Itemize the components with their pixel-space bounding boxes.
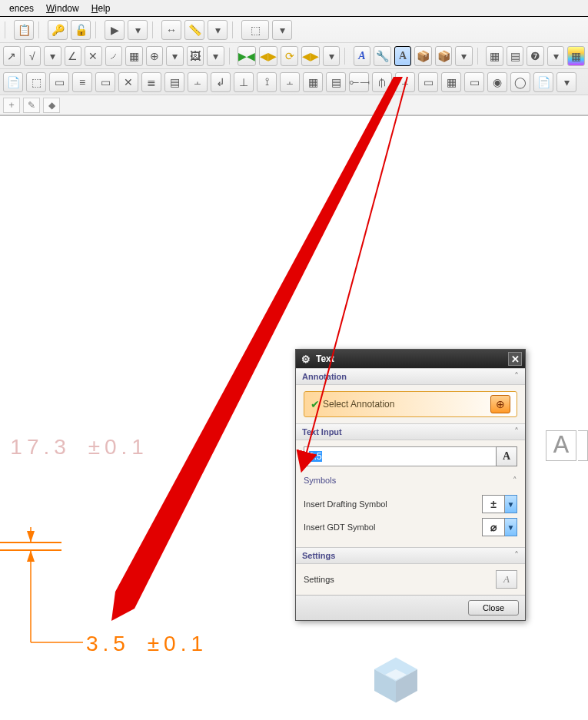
- mini-btn[interactable]: ✎: [23, 98, 40, 113]
- toolbar-btn[interactable]: ▤: [326, 72, 346, 92]
- gdt-symbol-dropdown[interactable]: ⌀ ▼: [482, 518, 517, 536]
- toolbar-btn[interactable]: ▭: [464, 72, 484, 92]
- toolbar-btn[interactable]: 📏: [184, 20, 204, 40]
- dimension-2: 3.5 ±0.1: [86, 632, 208, 657]
- dimension-1: -17.3 ±0.1: [0, 435, 148, 460]
- section-settings-header[interactable]: Settings ˄: [296, 547, 525, 564]
- toolbar-btn[interactable]: 🔑: [48, 20, 68, 40]
- toolbar-btn[interactable]: ▤: [164, 72, 184, 92]
- drafting-symbol-dropdown[interactable]: ± ▼: [482, 495, 517, 513]
- close-button[interactable]: Close: [468, 600, 519, 615]
- toolbar-row-2: ↗ √ ▾ ∠ ✕ ⟋ ▦ ⊕ ▾ 🖼 ▾ ▶◀ ◀▶ ⟳ ◀▶ ▾ A 🔧 A…: [0, 43, 588, 69]
- toolbar-btn[interactable]: ↲: [211, 72, 231, 92]
- toolbar-btn[interactable]: 📄: [533, 72, 553, 92]
- toolbar-btn[interactable]: ▦: [125, 46, 143, 66]
- toolbar-btn[interactable]: ❼: [527, 46, 544, 66]
- toolbar-btn[interactable]: ✕: [85, 46, 102, 66]
- insert-gdt-symbol-row: Insert GDT Symbol ⌀ ▼: [304, 518, 517, 536]
- toolbar-btn[interactable]: ⫠: [188, 72, 208, 92]
- toolbar-btn[interactable]: ◯: [510, 72, 530, 92]
- toolbar-btn[interactable]: 📦: [435, 46, 453, 66]
- toolbar-btn[interactable]: ⊥: [234, 72, 254, 92]
- toolbar-btn[interactable]: ▾: [128, 20, 148, 40]
- toolbar-btn[interactable]: ▶: [105, 20, 125, 40]
- section-annotation-body: ✔ Select Annotation ⊕: [296, 385, 525, 423]
- toolbar-btn[interactable]: ↗: [3, 46, 21, 66]
- toolbars: 📋 🔑 🔓 ▶ ▾ ↔ 📏 ▾ ⬚ ▾ ↗ √ ▾ ∠ ✕ ⟋ ▦ ⊕ ▾ 🖼 …: [0, 17, 588, 116]
- font-settings-icon[interactable]: A: [496, 570, 517, 589]
- toolbar-btn[interactable]: ▭: [49, 72, 69, 92]
- toolbar-btn[interactable]: ⟋: [105, 46, 123, 66]
- mini-btn[interactable]: ＋: [3, 98, 20, 113]
- toolbar-btn[interactable]: ▦: [441, 72, 461, 92]
- toolbar-btn[interactable]: ⟟: [257, 72, 277, 92]
- toolbar-btn[interactable]: ▾: [547, 46, 565, 66]
- toolbar-btn[interactable]: ▭: [95, 72, 115, 92]
- toolbar-btn[interactable]: 🖼: [187, 46, 204, 66]
- settings-label: Settings: [304, 575, 334, 584]
- toolbar-btn[interactable]: ≣: [141, 72, 161, 92]
- select-annotation-row[interactable]: ✔ Select Annotation ⊕: [304, 391, 517, 417]
- section-annotation-header[interactable]: Annotation ˄: [296, 368, 525, 385]
- toolbar-btn[interactable]: ▾: [455, 46, 473, 66]
- toolbar-btn[interactable]: ∠: [65, 46, 82, 66]
- toolbar-btn[interactable]: ⬚: [241, 20, 269, 40]
- gdt-symbol-value: ⌀: [482, 518, 505, 536]
- dialog-titlebar[interactable]: ⚙ Text ✕: [296, 350, 525, 368]
- toolbar-btn[interactable]: ▭: [418, 72, 438, 92]
- gear-icon[interactable]: ⚙: [299, 352, 313, 366]
- toolbar-btn[interactable]: ✕: [118, 72, 138, 92]
- toolbar-btn[interactable]: ≡: [72, 72, 92, 92]
- toolbar-btn[interactable]: ▾: [44, 46, 61, 66]
- toolbar-btn[interactable]: ▾: [208, 20, 228, 40]
- watermark-cube-icon: [369, 653, 423, 707]
- close-icon[interactable]: ✕: [508, 352, 522, 366]
- drafting-symbol-value: ±: [482, 495, 505, 513]
- toolbar-btn[interactable]: ▾: [556, 72, 576, 92]
- chevron-down-icon[interactable]: ▼: [505, 518, 517, 536]
- toolbar-btn[interactable]: ▾: [323, 46, 341, 66]
- select-annotation-label: Select Annotation: [323, 399, 490, 410]
- toolbar-btn-text-active[interactable]: A: [394, 46, 412, 66]
- font-letter-icon[interactable]: A: [496, 446, 517, 466]
- menu-window[interactable]: Window: [40, 2, 85, 15]
- gdt-symbol-label: Insert GDT Symbol: [304, 523, 375, 532]
- text-input-field[interactable]: [304, 448, 496, 465]
- toolbar-btn[interactable]: ▾: [272, 20, 292, 40]
- toolbar-btn[interactable]: 📄: [3, 72, 23, 92]
- mini-btn[interactable]: ◆: [43, 98, 60, 113]
- toolbar-btn[interactable]: ◉: [487, 72, 507, 92]
- target-icon[interactable]: ⊕: [490, 395, 510, 413]
- menu-ences[interactable]: ences: [3, 2, 40, 15]
- menu-help[interactable]: Help: [85, 2, 117, 15]
- symbols-header[interactable]: Symbols ˄: [304, 473, 517, 490]
- toolbar-btn[interactable]: ▾: [207, 46, 224, 66]
- toolbar-btn[interactable]: ⫠: [280, 72, 300, 92]
- toolbar-btn[interactable]: ▾: [166, 46, 184, 66]
- toolbar-btn[interactable]: ▤: [507, 46, 524, 66]
- toolbar-btn[interactable]: ◀▶: [301, 46, 320, 66]
- toolbar-btn[interactable]: ⫠: [395, 72, 415, 92]
- toolbar-btn[interactable]: ◀▶: [259, 46, 277, 66]
- toolbar-btn[interactable]: ↔: [161, 20, 181, 40]
- toolbar-btn[interactable]: 🔓: [71, 20, 91, 40]
- toolbar-btn[interactable]: ⊕: [146, 46, 164, 66]
- toolbar-btn[interactable]: ⟳: [281, 46, 298, 66]
- toolbar-btn[interactable]: ⟜⟞: [349, 72, 369, 92]
- toolbar-btn[interactable]: √: [24, 46, 42, 66]
- toolbar-btn-font[interactable]: A: [354, 46, 371, 66]
- toolbar-btn[interactable]: 📋: [14, 20, 34, 40]
- insert-drafting-symbol-row: Insert Drafting Symbol ± ▼: [304, 495, 517, 513]
- toolbar-btn[interactable]: ⫛: [372, 72, 392, 92]
- section-text-input-header[interactable]: Text Input ˄: [296, 423, 525, 440]
- toolbar-btn[interactable]: 🔧: [374, 46, 391, 66]
- toolbar-btn[interactable]: 📦: [414, 46, 432, 66]
- toolbar-row-4: ＋ ✎ ◆: [0, 95, 588, 115]
- toolbar-btn[interactable]: ▶◀: [238, 46, 256, 66]
- toolbar-btn[interactable]: ⬚: [26, 72, 46, 92]
- dimension-2-leader: [0, 527, 92, 658]
- chevron-down-icon[interactable]: ▼: [505, 495, 517, 513]
- toolbar-btn[interactable]: ▦: [567, 46, 585, 66]
- toolbar-btn[interactable]: ▦: [486, 46, 503, 66]
- toolbar-btn[interactable]: ▦: [303, 72, 323, 92]
